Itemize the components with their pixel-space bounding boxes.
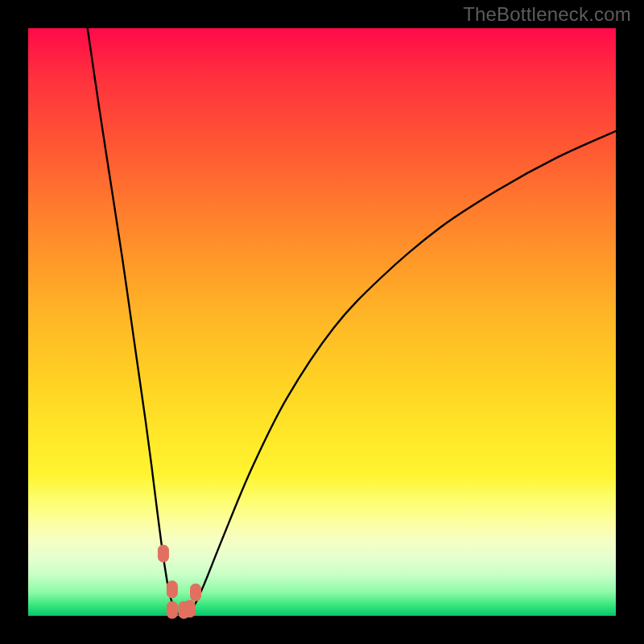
plot-area: [28, 28, 616, 616]
marker-dot: [184, 601, 195, 617]
marker-group: [158, 545, 200, 618]
marker-dot: [158, 545, 168, 562]
watermark-text: TheBottleneck.com: [463, 3, 631, 26]
curve-right-path: [187, 131, 616, 616]
chart-frame: TheBottleneck.com: [0, 0, 644, 644]
marker-dot: [167, 581, 177, 598]
curve-left-path: [88, 28, 181, 616]
curve-svg: [28, 28, 616, 616]
marker-dot: [191, 584, 201, 601]
marker-dot: [167, 601, 177, 618]
